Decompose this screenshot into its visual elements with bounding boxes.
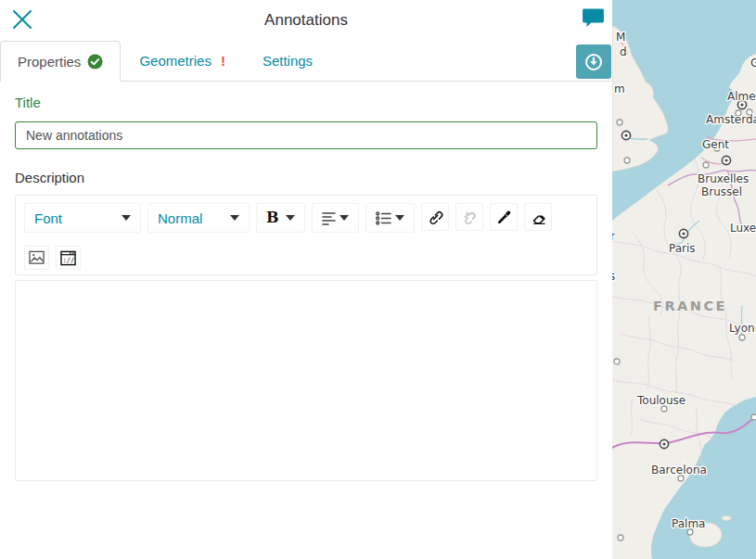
map-place-label: Palma bbox=[672, 517, 705, 530]
tab-settings[interactable]: Settings bbox=[244, 41, 331, 81]
inline-style-dropdown[interactable]: B bbox=[256, 203, 305, 233]
map-town-marker bbox=[618, 535, 623, 540]
map[interactable]: MdmGrsAlmereAmsterdamGentBruxellesBrusse… bbox=[612, 0, 756, 559]
map-place-label: Luxem bbox=[730, 222, 756, 235]
close-icon bbox=[11, 8, 33, 31]
align-left-icon bbox=[322, 211, 337, 225]
bold-label: B bbox=[266, 210, 279, 225]
app-window: Annotations Properties Geometries ! Set bbox=[0, 0, 756, 559]
check-circle-icon bbox=[87, 54, 103, 70]
map-town-marker bbox=[739, 335, 745, 340]
map-town-marker bbox=[703, 162, 709, 168]
map-place-label: s bbox=[612, 270, 615, 283]
panel-title: Annotations bbox=[0, 11, 612, 30]
map-place-label: Gent bbox=[702, 138, 729, 151]
caret-down-icon bbox=[340, 215, 349, 221]
map-place-label: Amsterdam bbox=[706, 113, 756, 126]
map-town-marker bbox=[751, 414, 756, 420]
font-family-dropdown[interactable]: Font bbox=[24, 203, 141, 233]
map-place-label: G bbox=[750, 57, 756, 70]
image-icon bbox=[29, 250, 45, 265]
link-icon bbox=[427, 209, 444, 226]
caret-down-icon bbox=[395, 215, 404, 221]
annotations-panel: Annotations Properties Geometries ! Set bbox=[0, 0, 612, 559]
tab-geometries[interactable]: Geometries ! bbox=[121, 41, 244, 81]
block-type-dropdown[interactable]: Normal bbox=[147, 203, 250, 233]
image-button[interactable] bbox=[24, 246, 49, 270]
link-button[interactable] bbox=[421, 203, 449, 231]
circle-down-arrow-icon bbox=[583, 52, 604, 72]
tab-properties-label: Properties bbox=[18, 54, 81, 70]
map-capital-marker-dot bbox=[624, 133, 627, 136]
description-label: Description bbox=[15, 170, 597, 185]
description-editor[interactable] bbox=[15, 280, 597, 481]
panel-header: Annotations bbox=[0, 0, 612, 41]
caret-down-icon bbox=[122, 215, 131, 221]
caret-down-icon bbox=[286, 215, 295, 221]
map-islet bbox=[722, 516, 731, 521]
error-indicator: ! bbox=[221, 53, 225, 69]
comment-button[interactable] bbox=[581, 7, 605, 30]
block-type-value: Normal bbox=[158, 210, 202, 226]
map-capital-marker-dot bbox=[682, 232, 685, 235]
eyedropper-icon bbox=[495, 209, 513, 226]
map-place-label: Paris bbox=[669, 242, 696, 255]
download-button[interactable] bbox=[576, 44, 611, 79]
map-town-marker bbox=[624, 158, 630, 163]
speech-bubble-icon bbox=[582, 7, 605, 29]
map-town-marker bbox=[614, 359, 620, 364]
map-town-marker bbox=[617, 120, 622, 125]
caret-down-icon bbox=[230, 215, 239, 221]
map-place-label: r bbox=[612, 230, 615, 243]
map-capital-marker-dot bbox=[740, 103, 743, 106]
map-place-label: Bruxelles bbox=[698, 172, 749, 185]
map-place-label: Barcelona bbox=[651, 464, 707, 476]
map-place-label: m bbox=[614, 83, 625, 95]
map-country-label: FRANCE bbox=[653, 299, 727, 313]
unlink-button[interactable] bbox=[455, 203, 483, 231]
map-place-label: d bbox=[620, 45, 627, 58]
text-align-dropdown[interactable] bbox=[312, 203, 359, 233]
tab-geometries-label: Geometries bbox=[139, 53, 211, 69]
remove-format-button[interactable] bbox=[524, 203, 552, 231]
tab-bar: Properties Geometries ! Settings bbox=[0, 41, 612, 82]
unordered-list-icon bbox=[376, 211, 391, 225]
svg-text:://_: ://_ bbox=[62, 255, 76, 263]
map-capital-marker-dot bbox=[662, 442, 665, 445]
close-button[interactable] bbox=[9, 6, 35, 32]
map-svg: MdmGrsAlmereAmsterdamGentBruxellesBrusse… bbox=[612, 0, 756, 559]
editor-toolbar: Font Normal B bbox=[15, 195, 597, 275]
title-label: Title bbox=[15, 95, 597, 110]
embed-button[interactable]: ://_ bbox=[56, 246, 81, 270]
eraser-icon bbox=[530, 209, 547, 226]
map-place-label: M bbox=[616, 31, 625, 44]
map-capital-marker-dot bbox=[724, 159, 727, 161]
title-input[interactable] bbox=[15, 121, 597, 149]
map-place-label: Toulouse bbox=[636, 394, 686, 407]
tab-settings-label: Settings bbox=[263, 53, 313, 69]
list-dropdown[interactable] bbox=[365, 203, 415, 233]
tab-properties[interactable]: Properties bbox=[0, 41, 121, 82]
color-picker-button[interactable] bbox=[490, 203, 518, 231]
font-family-value: Font bbox=[34, 210, 62, 226]
unlink-icon bbox=[461, 209, 479, 226]
map-place-label: Almere bbox=[727, 90, 756, 103]
properties-form: Title Description Font Normal B bbox=[0, 82, 612, 481]
map-place-label: Brussel bbox=[701, 185, 742, 198]
embed-icon: ://_ bbox=[60, 250, 76, 266]
map-place-label: Lyon bbox=[729, 322, 755, 335]
